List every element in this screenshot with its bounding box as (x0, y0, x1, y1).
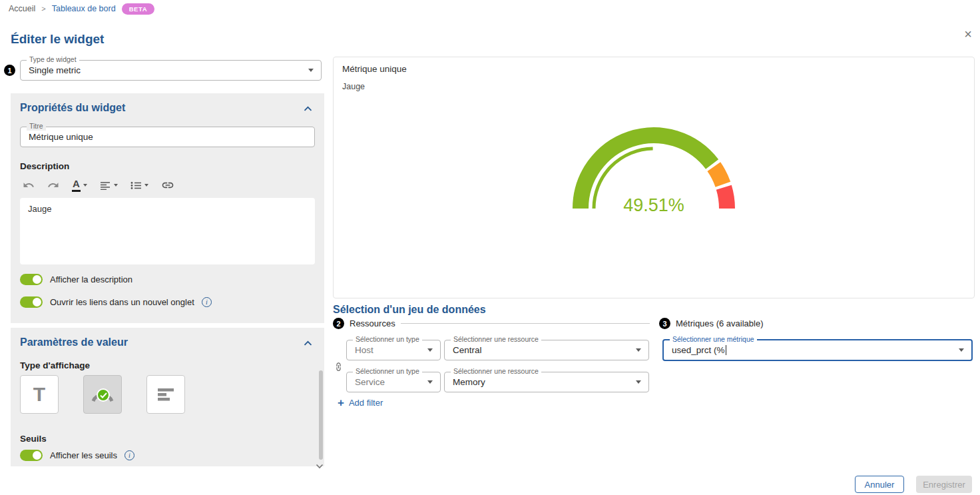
beta-badge: BETA (122, 3, 155, 15)
metric-select[interactable]: Sélectionner une métrique used_prct (% (662, 339, 973, 361)
show-thresholds-row: Afficher les seuils i (20, 450, 315, 461)
chevron-down-icon (308, 69, 314, 72)
text-color-button[interactable]: A (72, 179, 87, 192)
undo-icon (23, 179, 35, 191)
add-filter-label: Add filter (349, 398, 383, 408)
undo-button[interactable] (23, 179, 35, 191)
display-type-gauge-button[interactable] (83, 375, 122, 414)
resource-type-value-2: Service (347, 377, 427, 387)
list-button[interactable] (130, 181, 148, 190)
text-color-icon: A (72, 179, 81, 192)
chevron-down-icon (427, 380, 433, 384)
resource-label-2: Sélectionner une ressource (451, 368, 541, 376)
close-icon[interactable]: × (964, 27, 972, 41)
selected-check-icon (97, 388, 110, 402)
resource-select-1[interactable]: Sélectionner une ressource Central (444, 340, 649, 360)
preview-title: Métrique unique (342, 64, 407, 74)
info-icon[interactable]: i (124, 450, 134, 460)
chevron-down-icon (636, 348, 641, 352)
widget-properties-panel: Propriétés du widget Titre Métrique uniq… (11, 93, 324, 323)
title-input[interactable]: Titre Métrique unique (20, 127, 315, 147)
collapse-properties-button[interactable] (301, 101, 315, 115)
chevron-down-icon (636, 380, 641, 384)
step-1-badge: 1 (4, 65, 15, 76)
chevron-down-icon (83, 184, 87, 187)
title-input-label: Titre (27, 123, 46, 131)
resource-type-label-2: Sélectionner un type (353, 368, 422, 376)
description-label: Description (20, 161, 315, 171)
resource-select-2[interactable]: Sélectionner une ressource Memory (444, 372, 649, 392)
resource-type-label-1: Sélectionner un type (353, 336, 422, 344)
info-icon[interactable]: i (202, 297, 212, 307)
rows-link-icon (334, 362, 344, 374)
display-type-text-button[interactable]: T (20, 375, 59, 414)
breadcrumb-dashboards-link[interactable]: Tableaux de bord (52, 4, 116, 13)
widget-editor-page: Accueil > Tableaux de bord BETA Éditer l… (0, 0, 980, 495)
scroll-down-icon[interactable] (316, 460, 324, 472)
breadcrumb: Accueil > Tableaux de bord BETA (0, 0, 980, 17)
thresholds-label: Seuils (20, 434, 315, 444)
resource-type-select-1[interactable]: Sélectionner un type Host (346, 340, 441, 360)
open-links-row: Ouvrir les liens dans un nouvel onglet i (20, 296, 315, 308)
chevron-down-icon (427, 348, 433, 352)
align-button[interactable] (100, 181, 118, 190)
resources-label: Ressources (350, 318, 395, 328)
title-input-value: Métrique unique (21, 132, 93, 142)
metrics-subhead: 3 Métriques (6 available) (659, 318, 764, 329)
display-type-options: T (20, 375, 315, 414)
preview-subtitle: Jauge (342, 82, 365, 91)
resource-value-1: Central (445, 345, 636, 355)
description-editor[interactable]: Jauge (20, 198, 315, 264)
show-description-label: Afficher la description (50, 274, 132, 284)
link-icon (161, 179, 174, 192)
breadcrumb-home-link[interactable]: Accueil (9, 4, 35, 13)
rich-text-toolbar: A (20, 176, 315, 195)
redo-icon (47, 179, 59, 191)
value-settings-section-head: Paramètres de valeur (20, 336, 315, 349)
metric-select-label: Sélectionner une métrique (670, 336, 757, 344)
divider (401, 323, 650, 324)
redo-button[interactable] (47, 179, 59, 191)
breadcrumb-separator: > (41, 5, 45, 13)
value-settings-section-title: Paramètres de valeur (20, 336, 128, 348)
collapse-value-settings-button[interactable] (301, 335, 315, 350)
metrics-label: Métriques (6 available) (676, 318, 764, 328)
resources-subhead: 2 Ressources (333, 318, 650, 329)
show-thresholds-label: Afficher les seuils (50, 450, 117, 460)
properties-section-head: Propriétés du widget (20, 101, 315, 115)
gauge-zone-critical (724, 187, 727, 209)
gauge-value-text: 49.51% (623, 195, 684, 215)
widget-type-label: Type de widget (27, 56, 79, 64)
gauge-zone-warning (714, 167, 723, 185)
plus-icon: + (338, 397, 344, 408)
cancel-button[interactable]: Annuler (855, 476, 904, 493)
resource-label-1: Sélectionner une ressource (451, 336, 541, 344)
step-2-badge: 2 (333, 318, 344, 329)
text-cursor (726, 345, 727, 355)
dataset-section-title: Sélection d'un jeu de données (333, 304, 486, 316)
chevron-down-icon (959, 348, 964, 352)
resource-type-select-2[interactable]: Sélectionner un type Service (346, 372, 441, 392)
value-settings-panel: Paramètres de valeur Type d'affichage T (11, 328, 324, 466)
scrollbar-thumb[interactable] (319, 370, 323, 460)
open-links-toggle[interactable] (20, 296, 43, 308)
chevron-down-icon (114, 184, 118, 187)
page-title: Éditer le widget (11, 32, 104, 47)
open-links-label: Ouvrir les liens dans un nouvel onglet (50, 297, 194, 307)
show-thresholds-toggle[interactable] (20, 450, 43, 461)
text-display-icon: T (33, 383, 45, 406)
chevron-down-icon (144, 184, 148, 187)
widget-type-select[interactable]: Type de widget Single metric (20, 60, 322, 81)
gauge-chart: 49.51% (561, 119, 747, 220)
display-type-label: Type d'affichage (20, 360, 315, 370)
display-type-bar-button[interactable] (146, 375, 185, 414)
resource-type-value-1: Host (347, 345, 427, 355)
bulleted-list-icon (130, 181, 142, 190)
chevron-up-icon (304, 340, 312, 346)
show-description-toggle[interactable] (20, 274, 43, 285)
save-button[interactable]: Enregistrer (916, 476, 972, 493)
add-filter-button[interactable]: + Add filter (338, 397, 383, 408)
metric-select-value: used_prct (% (664, 345, 959, 356)
widget-type-value: Single metric (21, 65, 308, 75)
link-button[interactable] (161, 179, 174, 192)
